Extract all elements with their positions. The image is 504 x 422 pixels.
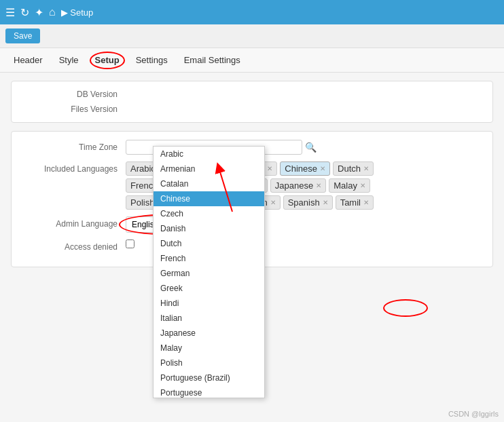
chinese-tag-circle-annotation (383, 299, 428, 317)
tag-tamil: Tamil ✕ (336, 195, 374, 210)
remove-catalan[interactable]: ✕ (267, 165, 272, 172)
remove-tamil[interactable]: ✕ (363, 199, 369, 206)
save-button[interactable]: Save (5, 28, 40, 43)
tag-dutch: Dutch ✕ (333, 161, 374, 176)
dropdown-item-dutch[interactable]: Dutch (154, 236, 264, 251)
tab-setup[interactable]: Setup (87, 50, 128, 71)
dropdown-item-danish[interactable]: Danish (154, 221, 264, 236)
tab-style[interactable]: Style (51, 50, 87, 71)
tag-chinese: Chinese ✕ (280, 161, 330, 176)
breadcrumb-arrow: ▶ (61, 7, 68, 18)
access-denied-checkbox[interactable] (126, 239, 134, 248)
dropdown-item-italian[interactable]: Italian (154, 311, 264, 326)
included-languages-label: Included Languages (22, 161, 118, 174)
dropdown-item-german[interactable]: German (154, 266, 264, 281)
breadcrumb: ▶ Setup (61, 7, 94, 18)
tab-header[interactable]: Header (5, 50, 51, 71)
refresh-icon[interactable]: ↻ (20, 6, 29, 19)
star-icon[interactable]: ✦ (35, 6, 43, 19)
dropdown-item-malay[interactable]: Malay (154, 341, 264, 356)
menu-icon[interactable]: ☰ (5, 6, 15, 19)
admin-language-label: Admin Language (22, 216, 118, 229)
access-denied-label: Access denied (22, 239, 118, 252)
info-section: DB Version Files Version (11, 81, 493, 123)
tab-navigation: Header Style Setup Settings Email Settin… (0, 48, 504, 73)
remove-dutch[interactable]: ✕ (363, 165, 369, 172)
dropdown-item-portuguese[interactable]: Portuguese (154, 385, 264, 398)
dropdown-item-hindi[interactable]: Hindi (154, 296, 264, 311)
files-version-row: Files Version (22, 104, 482, 114)
watermark: CSDN @lggirls (448, 410, 499, 418)
remove-spanish[interactable]: ✕ (323, 199, 328, 206)
dropdown-item-czech[interactable]: Czech (154, 206, 264, 221)
dropdown-item-armenian[interactable]: Armenian (154, 161, 264, 176)
tag-japanese: Japanese ✕ (270, 178, 326, 193)
dropdown-item-greek[interactable]: Greek (154, 281, 264, 296)
savebar: Save (0, 24, 504, 48)
breadcrumb-text: Setup (70, 7, 93, 18)
tag-spanish: Spanish ✕ (283, 195, 333, 210)
tab-settings[interactable]: Settings (128, 50, 176, 71)
remove-malay[interactable]: ✕ (360, 182, 365, 189)
timezone-search-icon[interactable]: 🔍 (305, 142, 317, 153)
db-version-row: DB Version (22, 90, 482, 99)
dropdown-item-catalan[interactable]: Catalan (154, 176, 264, 191)
remove-russian[interactable]: ✕ (270, 199, 276, 206)
dropdown-item-polish[interactable]: Polish (154, 356, 264, 370)
dropdown-item-chinese[interactable]: Chinese (154, 191, 264, 206)
dropdown-item-japanese[interactable]: Japanese (154, 326, 264, 341)
remove-chinese[interactable]: ✕ (320, 165, 325, 172)
dropdown-item-portuguese-brazil[interactable]: Portuguese (Brazil) (154, 370, 264, 385)
home-icon[interactable]: ⌂ (49, 6, 56, 18)
db-version-label: DB Version (22, 90, 118, 99)
language-dropdown: Arabic Armenian Catalan Chinese Czech Da… (153, 146, 265, 398)
main-content: DB Version Files Version Time Zone 🔍 Inc… (0, 73, 504, 284)
timezone-label: Time Zone (22, 140, 118, 152)
topbar: ☰ ↻ ✦ ⌂ ▶ Setup (0, 0, 504, 24)
dropdown-item-french[interactable]: French (154, 251, 264, 266)
files-version-label: Files Version (22, 104, 118, 114)
remove-japanese[interactable]: ✕ (316, 182, 321, 189)
tab-email-settings[interactable]: Email Settings (176, 50, 249, 71)
tag-malay: Malay ✕ (329, 178, 370, 193)
dropdown-list: Arabic Armenian Catalan Chinese Czech Da… (154, 147, 264, 398)
dropdown-item-arabic[interactable]: Arabic (154, 147, 264, 161)
